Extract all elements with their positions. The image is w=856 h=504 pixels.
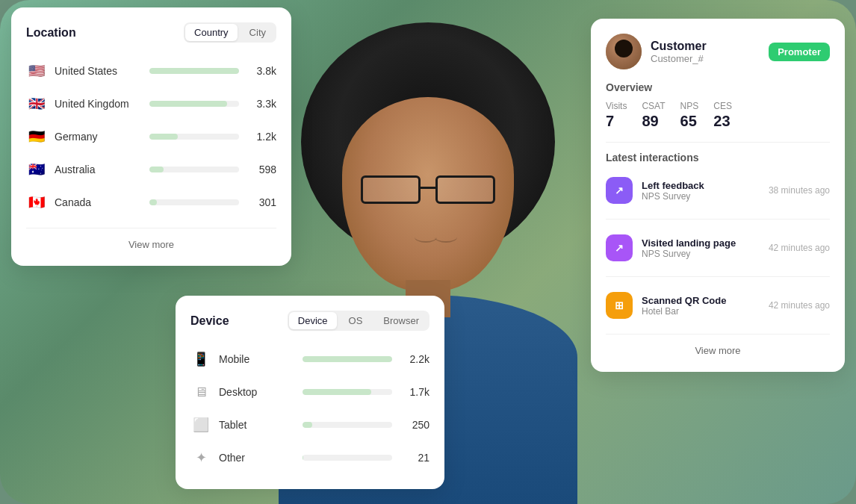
count-value: 3.8k bbox=[246, 65, 276, 77]
device-bar-container bbox=[303, 356, 392, 362]
interaction-divider bbox=[606, 219, 830, 220]
flag-icon: 🇩🇪 bbox=[26, 126, 47, 147]
stat-csat-value: 89 bbox=[642, 113, 665, 130]
interaction-subtitle: NPS Survey bbox=[642, 191, 760, 202]
interaction-title: Scanned QR Code bbox=[642, 295, 760, 306]
location-card: Location Country City 🇺🇸 United States 3… bbox=[11, 7, 291, 266]
count-value: 598 bbox=[246, 164, 276, 175]
interaction-icon: ↗ bbox=[606, 234, 633, 261]
device-bar-container bbox=[303, 422, 392, 428]
device-bar-container bbox=[303, 389, 392, 395]
interaction-time: 42 minutes ago bbox=[769, 243, 830, 253]
interactions-title: Latest interactions bbox=[606, 152, 830, 164]
overview-title: Overview bbox=[606, 81, 830, 93]
location-row: 🇨🇦 Canada 301 bbox=[26, 186, 276, 219]
interaction-divider bbox=[606, 276, 830, 277]
customer-view-more-container: View more bbox=[606, 334, 830, 357]
interaction-title: Left feedback bbox=[642, 180, 760, 191]
interaction-info: Visited landing page NPS Survey bbox=[642, 237, 760, 259]
device-card: Device Device OS Browser 📱 Mobile 2.2k 🖥… bbox=[176, 296, 444, 489]
stat-visits: Visits 7 bbox=[606, 101, 627, 130]
bar-fill bbox=[149, 68, 239, 74]
device-icon: ⬜ bbox=[190, 414, 211, 435]
device-count-value: 21 bbox=[400, 452, 429, 464]
customer-card: Customer Customer_# Promoter Overview Vi… bbox=[591, 19, 845, 372]
location-card-header: Location Country City bbox=[26, 22, 276, 43]
device-count-value: 1.7k bbox=[400, 386, 429, 398]
device-bar-container bbox=[303, 455, 392, 461]
interaction-info: Scanned QR Code Hotel Bar bbox=[642, 295, 760, 317]
interaction-time: 38 minutes ago bbox=[769, 185, 830, 196]
location-tab-country[interactable]: Country bbox=[185, 24, 238, 41]
device-row: 📱 Mobile 2.2k bbox=[190, 343, 429, 376]
customer-view-more-link[interactable]: View more bbox=[695, 345, 740, 356]
count-value: 3.3k bbox=[246, 98, 276, 110]
device-icon: 🖥 bbox=[190, 382, 211, 402]
bar-fill bbox=[149, 167, 164, 172]
stat-nps-value: 65 bbox=[680, 113, 699, 130]
stat-csat-label: CSAT bbox=[642, 101, 665, 111]
flag-icon: 🇺🇸 bbox=[26, 60, 47, 81]
interaction-icon: ⊞ bbox=[606, 292, 633, 319]
interaction-time: 42 minutes ago bbox=[769, 300, 830, 311]
device-card-title: Device bbox=[190, 314, 229, 328]
avatar bbox=[606, 34, 642, 69]
promoter-badge: Promoter bbox=[769, 43, 830, 61]
location-card-title: Location bbox=[26, 26, 76, 40]
device-icon: ✦ bbox=[190, 447, 211, 468]
location-view-more-container: View more bbox=[26, 228, 276, 251]
divider-1 bbox=[606, 142, 830, 143]
country-name: United Kingdom bbox=[55, 98, 142, 110]
country-name: Australia bbox=[55, 164, 142, 175]
stat-csat: CSAT 89 bbox=[642, 101, 665, 130]
location-tab-city[interactable]: City bbox=[241, 24, 275, 41]
device-row: ✦ Other 21 bbox=[190, 441, 429, 474]
bar-container bbox=[149, 199, 239, 205]
stat-ces-label: CES bbox=[713, 101, 732, 111]
stat-visits-value: 7 bbox=[606, 113, 627, 130]
country-name: Germany bbox=[55, 131, 142, 143]
device-name: Mobile bbox=[219, 353, 295, 365]
bar-fill bbox=[149, 199, 157, 205]
stat-ces-value: 23 bbox=[713, 113, 732, 130]
flag-icon: 🇬🇧 bbox=[26, 93, 47, 114]
count-value: 1.2k bbox=[246, 131, 276, 143]
location-row: 🇬🇧 United Kingdom 3.3k bbox=[26, 87, 276, 120]
interaction-row: ↗ Visited landing page NPS Survey 42 min… bbox=[606, 228, 830, 267]
location-tab-group: Country City bbox=[184, 22, 276, 43]
device-tab-os[interactable]: OS bbox=[340, 312, 372, 329]
interaction-subtitle: NPS Survey bbox=[642, 249, 760, 259]
stat-nps: NPS 65 bbox=[680, 101, 699, 130]
bar-fill bbox=[149, 101, 227, 107]
location-view-more-link[interactable]: View more bbox=[128, 239, 174, 250]
device-bar-fill bbox=[303, 356, 392, 362]
device-bar-fill bbox=[303, 389, 371, 395]
device-rows: 📱 Mobile 2.2k 🖥 Desktop 1.7k ⬜ Tablet 25… bbox=[190, 343, 429, 474]
device-tab-device[interactable]: Device bbox=[289, 312, 337, 329]
flag-icon: 🇨🇦 bbox=[26, 192, 47, 213]
country-name: United States bbox=[55, 65, 142, 77]
customer-name: Customer bbox=[651, 40, 760, 53]
device-tab-browser[interactable]: Browser bbox=[374, 312, 428, 329]
device-name: Tablet bbox=[219, 419, 295, 431]
device-row: 🖥 Desktop 1.7k bbox=[190, 376, 429, 408]
device-count-value: 2.2k bbox=[400, 353, 429, 365]
stat-nps-label: NPS bbox=[680, 101, 699, 111]
interaction-icon: ↗ bbox=[606, 177, 633, 204]
count-value: 301 bbox=[246, 196, 276, 208]
bar-container bbox=[149, 68, 239, 74]
device-row: ⬜ Tablet 250 bbox=[190, 408, 429, 441]
stat-visits-label: Visits bbox=[606, 101, 627, 111]
device-bar-fill bbox=[303, 455, 303, 461]
device-bar-fill bbox=[303, 422, 312, 428]
interaction-row: ⊞ Scanned QR Code Hotel Bar 42 minutes a… bbox=[606, 286, 830, 325]
customer-info: Customer Customer_# bbox=[651, 40, 760, 64]
customer-id: Customer_# bbox=[651, 53, 760, 64]
flag-icon: 🇦🇺 bbox=[26, 159, 47, 180]
stat-ces: CES 23 bbox=[713, 101, 732, 130]
device-icon: 📱 bbox=[190, 349, 211, 370]
bar-fill bbox=[149, 134, 178, 140]
location-row: 🇺🇸 United States 3.8k bbox=[26, 55, 276, 87]
location-rows: 🇺🇸 United States 3.8k 🇬🇧 United Kingdom … bbox=[26, 55, 276, 219]
interaction-row: ↗ Left feedback NPS Survey 38 minutes ag… bbox=[606, 171, 830, 210]
